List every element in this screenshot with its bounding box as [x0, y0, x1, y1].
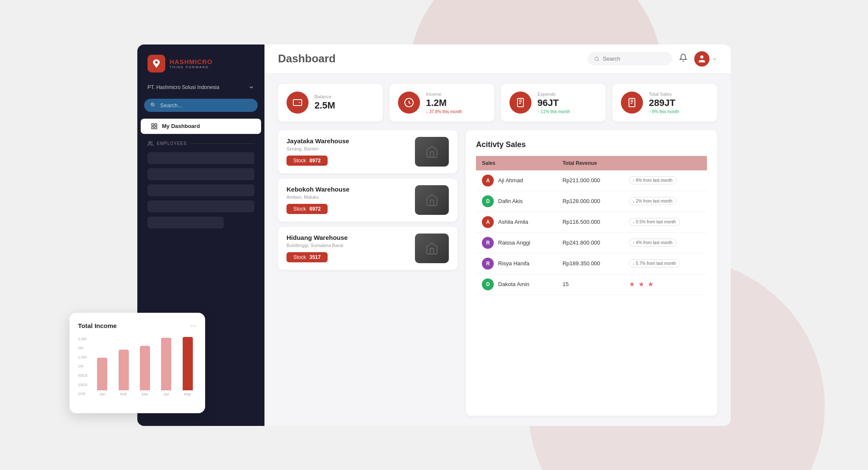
svg-line-7	[598, 60, 599, 61]
chart-bar-label-4: May	[184, 392, 191, 396]
sales-revenue-0: Rp211.000.000	[556, 170, 623, 191]
menu-skeleton-4	[147, 200, 254, 212]
sales-change-4: ↓ 5.7% from last month	[623, 253, 707, 274]
warehouse-img-0	[415, 137, 449, 167]
more-options-button[interactable]: ···	[190, 321, 197, 330]
stat-icon-0	[287, 92, 309, 114]
chart-bar-group-2: Mar	[136, 337, 154, 396]
chart-bar-label-1: Feb	[120, 392, 127, 396]
sales-person-5: D Dakota Amin	[482, 278, 551, 290]
main-grid: Jayataka Warehouse Serang, Banten Stock …	[278, 130, 717, 416]
chart-bar-group-1: Feb	[114, 337, 132, 396]
search-box[interactable]	[587, 52, 672, 65]
warehouse-icon-2	[425, 242, 439, 255]
user-dropdown[interactable]	[694, 51, 717, 67]
col-change	[623, 156, 707, 170]
stat-info-0: Balance 2.5M	[314, 94, 335, 111]
warehouse-info-0: Jayataka Warehouse Serang, Banten Stock …	[287, 137, 349, 166]
svg-point-0	[155, 61, 158, 64]
notification-bell[interactable]	[679, 53, 687, 64]
stock-value-0: 8972	[309, 158, 321, 164]
stock-badge-0: Stock 8972	[287, 156, 328, 166]
change-badge-0: ↑ 8% from last month	[629, 176, 676, 184]
sales-name-4: Risya Hanifa	[498, 260, 529, 267]
table-row: D Dakota Amin 15 ★ ★ ★	[476, 274, 707, 295]
stat-info-2: Expends 96JT ↑ 11% this month	[537, 92, 570, 114]
sales-table: Sales Total Revenue A Aji Ahmad Rp211.00…	[476, 156, 707, 295]
company-selector[interactable]: PT. Hashmicro Solusi Indonesia	[137, 81, 264, 94]
warehouse-card-2: Hiduang Warehouse Bukittinggi, Sumatera …	[278, 227, 457, 270]
chart-area: 2,5M2M1,5M1M500Jt100Jt10Jt Jan Feb Mar A…	[78, 337, 197, 405]
chart-bar-group-0: Jan	[93, 337, 111, 396]
sidebar-section-employees: EMPLOYEES	[137, 134, 264, 150]
sales-person-1: D Dafin Akis	[482, 195, 551, 207]
sales-avatar-5: D	[482, 278, 494, 290]
sales-revenue-4: Rp189.350.000	[556, 253, 623, 274]
activity-sales-title: Acitivty Sales	[476, 140, 707, 149]
sales-person-cell-3: R Raissa Anggi	[476, 232, 556, 253]
svg-point-6	[595, 57, 598, 60]
svg-rect-1	[152, 124, 154, 126]
stat-change-1: ↓ 37.8% this month	[426, 109, 462, 114]
chart-y-label: 1M	[78, 364, 87, 368]
stat-label-1: Income	[426, 92, 462, 97]
chart-y-label: 10Jt	[78, 392, 87, 396]
stat-info-3: Total Sales 289JT ↑ 8% this month	[649, 92, 679, 114]
stock-label-0: Stock	[293, 158, 306, 164]
sidebar-item-dashboard[interactable]: My Dashboard	[141, 119, 261, 134]
chart-y-labels: 2,5M2M1,5M1M500Jt100Jt10Jt	[78, 337, 87, 396]
search-input[interactable]	[603, 56, 665, 62]
sales-avatar-1: D	[482, 195, 494, 207]
warehouse-location-0: Serang, Banten	[287, 146, 349, 151]
company-name: PT. Hashmicro Solusi Indonesia	[147, 84, 219, 90]
sidebar-search[interactable]: 🔍	[144, 99, 258, 112]
menu-skeleton-1	[147, 152, 254, 164]
stat-icon-2	[509, 92, 531, 114]
logo-tagline: THINK FORWARD	[170, 65, 213, 69]
chart-bar-1	[119, 350, 129, 390]
table-row: R Raissa Anggi Rp241.800.000 ↑ 4% from l…	[476, 232, 707, 253]
sales-revenue-1: Rp128.000.000	[556, 191, 623, 211]
stat-value-1: 1.2M	[426, 97, 462, 108]
sales-revenue-2: Rp116.500.000	[556, 211, 623, 232]
sales-person-4: R Risya Hanifa	[482, 258, 551, 270]
search-icon	[594, 56, 599, 62]
warehouse-img-placeholder-1	[415, 185, 449, 215]
warehouse-icon-1	[425, 193, 439, 207]
user-avatar-icon	[697, 54, 707, 64]
sales-avatar-2: A	[482, 216, 494, 228]
sales-name-2: Ashila Amila	[498, 219, 528, 225]
sales-avatar-4: R	[482, 258, 494, 270]
sales-name-0: Aji Ahmad	[498, 177, 523, 184]
sales-change-3: ↑ 4% from last month	[623, 232, 707, 253]
chart-bar-label-0: Jan	[99, 392, 106, 396]
svg-rect-9	[293, 100, 302, 106]
dashboard-icon	[151, 123, 158, 130]
star-rating-5: ★ ★ ★	[629, 281, 655, 288]
change-badge-3: ↑ 4% from last month	[629, 239, 676, 247]
chevron-down-icon	[248, 84, 254, 90]
warehouse-img-2	[415, 234, 449, 263]
change-badge-2: ↓ 0.5% from last month	[629, 218, 680, 226]
menu-skeleton-3	[147, 184, 254, 196]
chart-bar-group-4: May	[179, 337, 197, 396]
user-chevron-down-icon	[712, 56, 717, 61]
sales-person-cell-0: A Aji Ahmad	[476, 170, 556, 191]
stat-value-0: 2.5M	[314, 100, 335, 111]
sales-name-5: Dakota Amin	[498, 281, 529, 287]
change-badge-4: ↓ 5.7% from last month	[629, 259, 680, 267]
sidebar-search-input[interactable]	[160, 102, 252, 108]
stock-badge-1: Stock 8972	[287, 204, 328, 214]
stat-info-1: Income 1.2M ↓ 37.8% this month	[426, 92, 462, 114]
menu-skeleton-2	[147, 168, 254, 180]
main-container: HASHMICRO THINK FORWARD PT. Hashmicro So…	[137, 44, 731, 426]
chart-bar-0	[97, 358, 107, 390]
stat-icon-3	[621, 92, 643, 114]
dashboard-body: Balance 2.5M Income 1.2M ↓ 37.8% this mo…	[264, 74, 731, 426]
sales-stars-5: ★ ★ ★	[623, 274, 707, 295]
svg-rect-4	[155, 127, 157, 129]
stat-value-2: 96JT	[537, 97, 570, 108]
chart-bars: Jan Feb Mar Apr May	[93, 337, 197, 396]
warehouse-card-1: Kebokoh Warehouse Ambon, Maluku Stock 89…	[278, 178, 457, 222]
stock-value-2: 3517	[309, 254, 321, 260]
